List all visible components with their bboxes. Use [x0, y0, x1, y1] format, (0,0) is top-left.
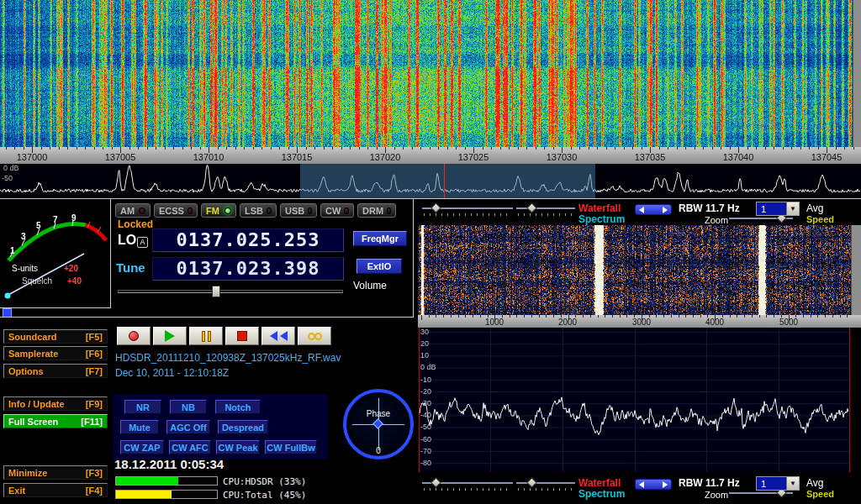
mode-button-lsb[interactable]: LSB	[240, 203, 277, 218]
lock-a-badge[interactable]: A	[137, 237, 148, 248]
nr-button[interactable]: NR	[124, 400, 161, 414]
despread-button[interactable]: Despread	[218, 420, 268, 434]
mode-label: DRM	[362, 206, 383, 216]
freq-scale-label: 137045	[801, 152, 852, 162]
mode-button-am[interactable]: AM	[115, 203, 151, 218]
display-controls-top: Waterfall Spectrum RBW 11.7 Hz Zoom 1▼ A…	[418, 202, 861, 225]
mode-label: LSB	[245, 206, 263, 216]
audio-spectrum-display[interactable]: 30 20 10 0 dB -10 -20 -30 -40 -50 -60 -7…	[418, 328, 851, 472]
db-scale-label: 20	[420, 340, 429, 349]
audio-waterfall[interactable]	[418, 225, 851, 315]
main-waterfall-scrollbar[interactable]	[853, 0, 861, 147]
chevron-down-icon[interactable]: ▼	[786, 202, 799, 215]
left-arrow-icon[interactable]	[639, 481, 644, 488]
upper-spectrum-display[interactable]: 0 dB -50	[0, 164, 861, 199]
slider-thumb[interactable]	[430, 202, 441, 213]
freqmgr-button[interactable]: FreqMgr	[353, 231, 407, 246]
mode-button-ecss[interactable]: ECSS	[154, 203, 198, 218]
mode-led-icon	[139, 207, 145, 214]
audio-frequency-scale[interactable]: 1000 2000 3000 4000 5000	[418, 315, 861, 328]
cw-peak-button[interactable]: CW Peak	[216, 440, 260, 454]
fullscreen-button[interactable]: Full Screen[F11]	[3, 414, 108, 428]
record-button[interactable]	[117, 327, 151, 345]
exit-button[interactable]: Exit[F4]	[3, 483, 108, 497]
info-update-button[interactable]: Info / Update[F9]	[3, 396, 108, 411]
mode-button-drm[interactable]: DRM	[357, 203, 396, 218]
hdsdr-window: 137000 137005 137010 137015 137020 13702…	[0, 0, 861, 504]
agc-button[interactable]: AGC Off	[166, 420, 210, 434]
waterfall-contrast-slider[interactable]	[516, 204, 575, 216]
right-arrow-icon[interactable]	[663, 481, 668, 488]
waterfall-brightness-slider[interactable]	[422, 479, 513, 491]
pause-button[interactable]	[189, 327, 223, 345]
audio-waterfall-scrollbar[interactable]	[851, 225, 861, 315]
chevron-down-icon[interactable]: ▼	[786, 477, 799, 490]
freq-scale-label: 137035	[625, 152, 675, 162]
mode-led-icon	[224, 207, 231, 214]
spectrum-tab-label[interactable]: Spectrum	[578, 213, 625, 225]
cpu-hdsdr-label: CPU:HDSDR (33%)	[223, 476, 306, 487]
freq-scale-label: 1000	[478, 318, 511, 327]
locked-label: Locked	[118, 219, 153, 230]
samplerate-button[interactable]: Samplerate[F6]	[3, 346, 108, 360]
cpu-hdsdr-bar	[115, 476, 218, 486]
rewind-button[interactable]	[261, 327, 295, 345]
mode-button-row: AM ECSS FM LSB USB CW DRM	[115, 203, 396, 218]
nb-button[interactable]: NB	[170, 400, 207, 414]
soundcard-button[interactable]: Soundcard[F5]	[3, 329, 108, 344]
button-hotkey: [F5]	[86, 332, 103, 342]
avg-dropdown[interactable]: 1▼	[756, 476, 800, 491]
cw-fullbw-button[interactable]: CW FullBw	[265, 440, 317, 454]
stop-icon	[237, 331, 247, 341]
spectrum-tab-label[interactable]: Spectrum	[578, 488, 625, 500]
freq-scale-label: 137000	[7, 152, 57, 162]
speed-label: Speed	[806, 214, 834, 224]
playback-toolbar	[117, 327, 331, 345]
extio-button[interactable]: ExtIO	[357, 259, 402, 274]
pause-icon	[208, 331, 211, 342]
waterfall-tab-label[interactable]: Waterfall	[578, 477, 621, 489]
band-shift-control[interactable]	[635, 204, 672, 215]
right-arrow-icon[interactable]	[663, 207, 668, 213]
button-label: Minimize	[8, 468, 47, 478]
left-arrow-icon[interactable]	[639, 207, 644, 213]
slider-thumb[interactable]	[526, 202, 537, 213]
notch-button[interactable]: Notch	[215, 400, 261, 414]
cw-zap-button[interactable]: CW ZAP	[120, 440, 164, 454]
button-label: Info / Update	[8, 399, 65, 409]
slider-thumb[interactable]	[212, 286, 220, 297]
rewind-icon	[270, 331, 277, 341]
phase-value: 0	[346, 446, 410, 455]
avg-label: Avg	[806, 478, 823, 489]
rbw-label: RBW 11.7 Hz	[679, 478, 740, 489]
lo-frequency-display[interactable]: 0137.025.253	[152, 228, 344, 252]
db-scale-label: -70	[420, 448, 431, 456]
waterfall-brightness-slider[interactable]	[422, 204, 513, 216]
zoom-label: Zoom	[705, 215, 728, 225]
play-button[interactable]	[153, 327, 187, 345]
waterfall-tab-label[interactable]: Waterfall	[578, 202, 621, 214]
mode-button-fm[interactable]: FM	[201, 203, 236, 218]
slider-thumb[interactable]	[526, 477, 537, 488]
rewind-icon	[280, 331, 288, 341]
rbw-label: RBW 11.7 Hz	[679, 203, 740, 214]
minimize-button[interactable]: Minimize[F3]	[3, 465, 108, 480]
options-button[interactable]: Options[F7]	[3, 364, 108, 378]
cw-afc-button[interactable]: CW AFC	[169, 440, 211, 454]
mute-button[interactable]: Mute	[120, 420, 159, 434]
band-shift-control[interactable]	[635, 479, 672, 490]
loop-button[interactable]	[298, 327, 331, 345]
avg-label: Avg	[806, 203, 823, 214]
volume-slider[interactable]	[118, 286, 343, 297]
tune-frequency-display[interactable]: 0137.023.398	[152, 257, 344, 281]
avg-dropdown[interactable]: 1▼	[756, 202, 800, 216]
volume-label: Volume	[353, 281, 387, 291]
stop-button[interactable]	[225, 327, 259, 345]
main-frequency-scale[interactable]: 137000 137005 137010 137015 137020 13702…	[0, 147, 861, 164]
mode-button-usb[interactable]: USB	[280, 203, 317, 218]
waterfall-contrast-slider[interactable]	[516, 479, 575, 491]
slider-thumb[interactable]	[430, 477, 441, 488]
spectrum-selection-region[interactable]	[300, 164, 595, 199]
mode-button-cw[interactable]: CW	[320, 203, 354, 218]
main-waterfall[interactable]	[0, 0, 853, 147]
